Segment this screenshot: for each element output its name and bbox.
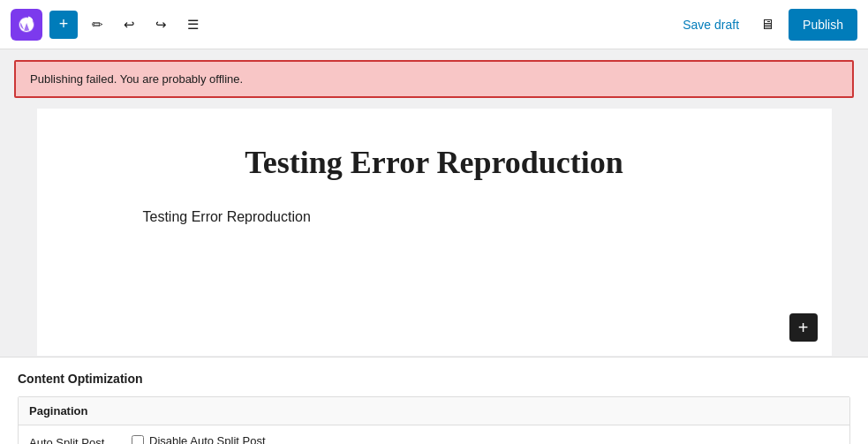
toolbar-right: Save draft 🖥 Publish — [676, 9, 857, 41]
pagination-header: Pagination — [19, 397, 849, 425]
publish-label: Publish — [803, 18, 843, 32]
redo-button[interactable]: ↪ — [147, 11, 175, 39]
content-optimization-title: Content Optimization — [18, 372, 850, 386]
error-message: Publishing failed. You are probably offl… — [30, 72, 243, 86]
pagination-content: Disable Auto Split Post Jika di dalam ko… — [132, 434, 839, 444]
wordpress-icon — [18, 16, 35, 34]
plus-icon: + — [59, 15, 69, 34]
app-logo[interactable] — [11, 9, 42, 41]
redo-icon: ↪ — [155, 17, 167, 33]
disable-auto-split-checkbox-label[interactable]: Disable Auto Split Post — [149, 434, 266, 444]
undo-button[interactable]: ↩ — [115, 11, 143, 39]
auto-split-label: Auto Split Post — [29, 434, 117, 444]
content-optimization-section: Content Optimization Pagination Auto Spl… — [0, 357, 868, 444]
disable-auto-split-checkbox[interactable] — [132, 435, 144, 445]
pagination-row: Auto Split Post Disable Auto Split Post … — [19, 425, 849, 444]
toolbar: + ✏ ↩ ↪ ☰ Save draft 🖥 Publish — [0, 0, 868, 49]
undo-icon: ↩ — [124, 17, 135, 33]
list-icon: ☰ — [187, 17, 199, 33]
plus-inline-icon: + — [798, 318, 809, 338]
editor-canvas: Testing Error Reproduction Testing Error… — [37, 109, 832, 356]
pencil-button[interactable]: ✏ — [83, 11, 111, 39]
main-area: Publishing failed. You are probably offl… — [0, 49, 868, 444]
disable-auto-split-row: Disable Auto Split Post — [132, 434, 839, 444]
add-block-button[interactable]: + — [49, 11, 78, 39]
publish-button[interactable]: Publish — [789, 9, 857, 41]
view-button[interactable]: 🖥 — [753, 11, 781, 39]
monitor-icon: 🖥 — [760, 17, 774, 33]
list-view-button[interactable]: ☰ — [178, 11, 207, 39]
pencil-icon: ✏ — [92, 17, 103, 33]
post-content[interactable]: Testing Error Reproduction — [108, 209, 761, 225]
pagination-section: Pagination Auto Split Post Disable Auto … — [18, 396, 850, 444]
post-title[interactable]: Testing Error Reproduction — [108, 144, 761, 181]
save-draft-button[interactable]: Save draft — [676, 12, 746, 37]
add-block-inline-button[interactable]: + — [789, 313, 818, 342]
error-banner: Publishing failed. You are probably offl… — [14, 60, 854, 98]
save-draft-label: Save draft — [683, 18, 739, 32]
